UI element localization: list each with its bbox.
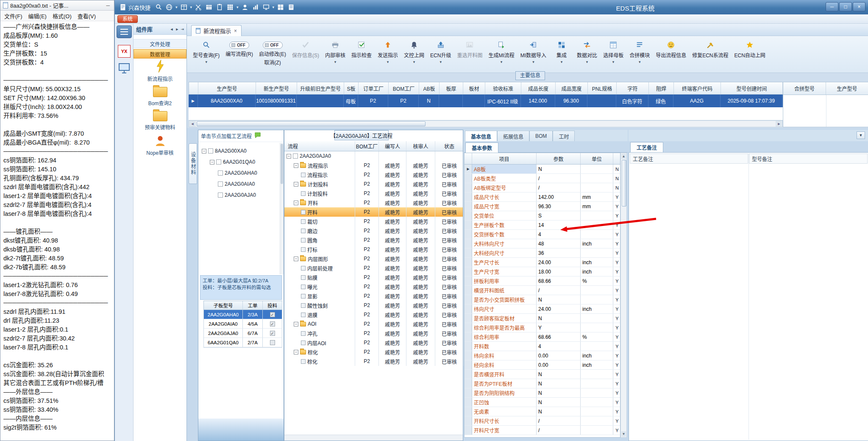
param-value[interactable]: / [537,286,581,295]
dropdown-caret-icon[interactable]: ▾ [639,60,641,64]
tab-close-icon[interactable]: × [234,28,237,34]
integrate-button[interactable]: 集成▾ [550,39,573,64]
column-header[interactable]: 终端客户代码 [674,82,721,94]
flow-row[interactable]: 酸性蚀刻P2戚艳芳戚艳芳已审核 [284,301,463,310]
column-header[interactable]: 状态 [435,141,464,151]
column-header[interactable]: 流程 [284,141,355,151]
eds-titlebar[interactable]: 兴森快捷 ▾▾▾▾ EDS工程系统 ─□× [115,0,868,14]
expand-toggle-icon[interactable]: − [287,154,291,159]
param-row[interactable]: 大料经向尺寸36Y [465,248,620,258]
suborder-row[interactable]: 6AA2G01QA02/7A [204,338,282,347]
column-header[interactable]: 订单工厂 [359,82,389,94]
gen-mi-flow-button[interactable]: 生成MI流程▾ [486,39,517,64]
mi-data-import-button[interactable]: MI数据导入▾ [518,39,549,64]
suborder-row[interactable]: 2AA2G0AIA04/5A✓ [204,319,282,329]
column-header[interactable]: 投料 [263,301,282,310]
param-value[interactable]: N [537,407,581,416]
tab-basic-info[interactable]: 基本信息 [465,131,497,141]
dropdown-caret-icon[interactable]: ▾ [561,60,563,64]
dropdown-caret-icon[interactable]: ▾ [413,60,415,64]
column-header[interactable]: S板 [344,82,359,94]
param-value[interactable]: N [537,165,581,173]
column-header[interactable]: 验收标准 [485,82,521,94]
param-row[interactable]: 是否为阴阳铜结构NY [465,388,620,398]
param-row[interactable]: 综合利用率68.66%Y [465,332,620,342]
tree-node[interactable]: 2AA2G0AJA0 [200,190,281,201]
collapse-right-icon[interactable]: ► [175,27,179,31]
param-row[interactable]: 横竖开料图纸/Y [465,286,620,295]
data-compare-button[interactable]: 数据对比▾ [574,39,600,64]
param-value[interactable]: Y [537,323,581,332]
globe-icon[interactable] [164,3,174,12]
ecn-auto-upload-button[interactable]: ECN自动上网 [732,39,768,59]
flow-row[interactable]: 显影P2戚艳芳戚艳芳已审核 [284,291,463,301]
column-header[interactable]: BOM工厂 [389,82,419,94]
flow-row[interactable]: 裁切P2戚艳芳戚艳芳已审核 [284,217,463,226]
table-icon[interactable] [179,3,189,12]
windows-icon[interactable] [276,3,285,12]
flow-row[interactable]: 冲孔P2戚艳芳戚艳芳已审核 [284,329,463,338]
notepad-content[interactable]: ——广州兴森快捷拼板信息——成品板厚(MM): 1.60交货单位：S生产拼板数：… [0,21,114,433]
param-value[interactable]: N [537,388,581,397]
feed-checkbox[interactable]: ✓ [270,331,275,336]
tree-node[interactable]: −8AA2G00XA0 [200,145,281,156]
param-value[interactable]: 48 [537,239,581,248]
user-icon[interactable] [240,3,250,12]
dropdown-caret-icon[interactable]: ▾ [175,5,178,9]
model-query-button[interactable]: 型号查询(F)▾ [190,39,222,64]
column-header[interactable]: 参数 [537,153,581,164]
save-info-button[interactable]: 保存信息(S) [289,39,322,59]
param-row[interactable]: ▶AB板NN [465,165,620,174]
send-instruction-button[interactable]: 发送指示▾ [375,39,401,64]
column-header[interactable]: 新生产型号 [256,82,297,94]
param-row[interactable]: 开料数4Y [465,342,620,351]
param-value[interactable]: / [537,183,581,192]
maximize-button[interactable]: □ [839,2,852,11]
node-checkbox[interactable] [216,159,221,165]
tab-new-flow-instruction[interactable]: 新流程指示 × [191,25,242,36]
sidebar-item-2[interactable]: Bom查询2 [134,87,186,106]
column-header[interactable]: 生产型号 [826,82,868,95]
scrollbar-thumb[interactable] [281,144,283,184]
tab-bom[interactable]: BOM [529,131,553,141]
param-row[interactable]: 生产尺寸长24.00inchY [465,258,620,267]
tab-work-hours[interactable]: 工时 [553,131,575,141]
scissors-icon[interactable] [194,3,203,12]
expand-toggle-icon[interactable]: − [294,182,298,187]
param-row[interactable]: 正凹蚀NY [465,398,620,407]
column-header[interactable]: 生产型号 [198,82,256,94]
sidebar-item-3[interactable]: 预审关键物料 [134,111,186,131]
dropdown-caret-icon[interactable]: ▾ [190,5,192,9]
sidebar-item-4[interactable]: Nope单审核 [134,135,186,156]
column-header[interactable]: 升级前旧生产型号 [297,82,344,94]
column-header[interactable]: 板厚 [440,82,463,94]
dropdown-caret-icon[interactable]: ▾ [501,60,503,64]
flow-row[interactable]: −计划投料P2戚艳芳戚艳芳已审核 [284,179,463,189]
column-header[interactable]: 项目 [472,153,537,164]
column-header[interactable]: 阻焊 [649,82,674,94]
suborder-row[interactable]: 2AA2G0AJA06/7A✓ [204,329,282,338]
dropdown-caret-icon[interactable]: ▾ [440,60,442,64]
column-header[interactable]: 板材 [463,82,485,94]
param-row[interactable]: 是否为小交货面积拼板NY [465,295,620,304]
tree-node[interactable]: 2AA2G0AHA0 [200,167,281,179]
param-row[interactable]: 纬向余料0.00inchY [465,351,620,360]
dropdown-caret-icon[interactable]: ▾ [273,5,275,9]
flow-row[interactable]: −2AA2G0AJA0 [284,151,463,161]
feed-checkbox[interactable] [270,340,275,345]
column-header[interactable]: 合拼型号 [783,82,826,95]
param-value[interactable]: / [537,416,581,425]
export-flow-info-button[interactable]: 导出流程信息 [653,39,689,59]
reselect-cut-image-button[interactable]: 重选开料图 [454,39,485,59]
main-grid-body[interactable] [189,107,783,120]
flow-row[interactable]: 退膜P2戚艳芳戚艳芳已审核 [284,310,463,319]
scrollbar-thumb[interactable] [622,160,626,207]
column-header[interactable]: 单位 [581,153,613,164]
notepad-minimize-button[interactable]: ─ [104,3,111,8]
clipboard-icon[interactable] [215,3,224,12]
grid-horizontal-scrollbar[interactable]: ◄ ► [189,120,783,127]
param-row[interactable]: 大料纬向尺寸48inchY [465,239,620,248]
param-value[interactable]: 68.66 [537,276,581,285]
param-value[interactable]: 24.00 [537,258,581,267]
flow-row[interactable]: 打标P2戚艳芳戚艳芳已审核 [284,245,463,254]
